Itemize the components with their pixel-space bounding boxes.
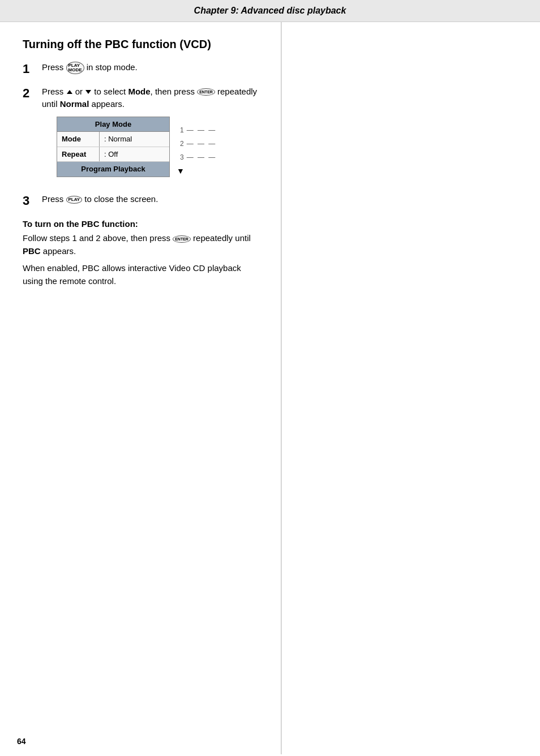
play-mode-container: Play Mode Mode : Normal Repeat : Off Pro… [57, 117, 258, 177]
up-arrow-icon [67, 90, 72, 94]
enter-key: ENTER [197, 88, 215, 96]
step-3: 3 Press PLAY to close the screen. [23, 193, 258, 209]
play-mode-box: Play Mode Mode : Normal Repeat : Off Pro… [57, 117, 170, 177]
side-item-1: 1 — — — [180, 123, 216, 137]
side-dash-2: — — — [187, 139, 217, 149]
scroll-down-arrow: ▼ [174, 164, 216, 177]
main-content: Turning off the PBC function (VCD) 1 Pre… [0, 22, 281, 754]
program-playback-row: Program Playback [57, 162, 169, 177]
side-list: 1 — — — 2 — — — 3 — — — [174, 123, 216, 164]
play-mode-row-repeat: Repeat : Off [57, 147, 169, 162]
step-1: 1 Press PLAYMODE in stop mode. [23, 61, 258, 78]
step-2: 2 Press or to select Mode, then press EN… [23, 85, 258, 185]
step-3-content: Press PLAY to close the screen. [42, 193, 258, 206]
side-num-1: 1 [180, 125, 184, 135]
enter-key-2: ENTER [173, 235, 191, 243]
body-text-2: When enabled, PBC allows interactive Vid… [23, 262, 258, 287]
chapter-title: Chapter 9: Advanced disc playback [194, 6, 346, 15]
step-number-2: 2 [23, 85, 36, 102]
down-arrow-icon [85, 90, 91, 94]
side-item-2: 2 — — — [180, 137, 216, 151]
page-footer: 64 [17, 737, 26, 746]
repeat-label: Repeat [57, 147, 100, 162]
side-dash-3: — — — [187, 152, 217, 162]
body-text-1: Follow steps 1 and 2 above, then press E… [23, 232, 258, 257]
sub-section-heading: To turn on the PBC function: [23, 219, 258, 229]
pbc-bold: PBC [23, 246, 41, 256]
step-2-content: Press or to select Mode, then press ENTE… [42, 85, 258, 185]
side-dash-1: — — — [187, 125, 217, 135]
step-number-3: 3 [23, 193, 36, 209]
chapter-header: Chapter 9: Advanced disc playback [0, 0, 540, 22]
side-item-3: 3 — — — [180, 151, 216, 164]
content-area: Turning off the PBC function (VCD) 1 Pre… [0, 22, 540, 754]
play-mode-row-mode: Mode : Normal [57, 132, 169, 147]
play-mode-key: PLAYMODE [66, 62, 84, 74]
side-num-3: 3 [180, 152, 184, 162]
play-mode-header: Play Mode [57, 117, 169, 132]
normal-bold: Normal [60, 99, 89, 109]
step-number-1: 1 [23, 61, 36, 78]
page-wrapper: Chapter 9: Advanced disc playback Turnin… [0, 0, 540, 756]
side-num-2: 2 [180, 139, 184, 149]
mode-bold: Mode [128, 87, 150, 96]
steps-list: 1 Press PLAYMODE in stop mode. 2 Press o… [23, 61, 258, 209]
mode-label: Mode [57, 132, 100, 147]
side-panel: 1 — — — 2 — — — 3 — — — [170, 117, 216, 177]
repeat-value: : Off [100, 147, 169, 162]
page-number: 64 [17, 737, 26, 746]
mode-value: : Normal [100, 132, 169, 147]
step-1-content: Press PLAYMODE in stop mode. [42, 61, 258, 74]
play-key: PLAY [66, 196, 83, 204]
section-title: Turning off the PBC function (VCD) [23, 38, 258, 51]
right-panel [281, 22, 540, 754]
